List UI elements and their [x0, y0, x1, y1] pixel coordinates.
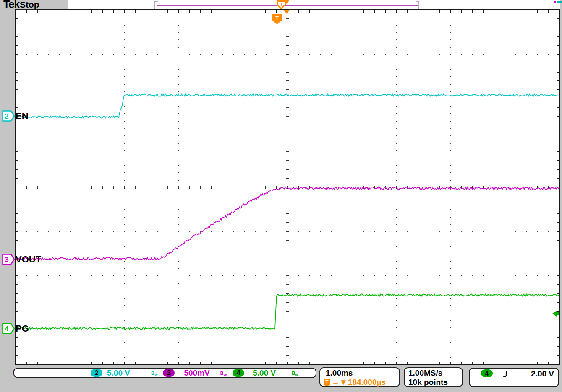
ch2-badge: 2	[91, 369, 102, 377]
ch2-bandwidth-icon: BW	[151, 369, 158, 377]
svg-text:T: T	[280, 2, 283, 7]
acquisition-status: Stop	[20, 0, 39, 10]
svg-text:T: T	[275, 15, 279, 21]
trigger-position-icon: T	[272, 13, 282, 25]
timebase-value: 1.00ms	[326, 369, 399, 378]
trigger-t-icon: T	[324, 379, 330, 386]
trigger-level-arrow-icon	[552, 310, 560, 317]
record-length: 10k points	[408, 378, 462, 387]
trigger-source-badge: 4	[481, 369, 493, 377]
ch4-scale: 5.00 V	[253, 369, 276, 378]
svg-text:2: 2	[5, 112, 8, 120]
rising-edge-slope-icon	[503, 370, 510, 378]
oscilloscope-screen: Tek Stop T T 2 EN 3 VOUT 4 PG 2 5.00	[0, 0, 562, 392]
trigger-readout-box: 4 2.00 V	[469, 368, 559, 387]
channel-3-marker: 3	[2, 254, 15, 265]
trigger-level-value: 2.00 V	[531, 369, 554, 379]
channel-2-label: EN	[16, 111, 29, 122]
sample-rate: 1.00MS/s	[408, 369, 462, 378]
svg-text:3: 3	[5, 256, 8, 264]
window-bracket-right	[416, 1, 419, 10]
ch4-bandwidth-icon: BW	[292, 369, 298, 377]
corner-dot-decoration	[554, 1, 556, 3]
channel-scale-readout-box: 2 5.00 V BW 3 500mV BW 4 5.00 V BW	[13, 368, 316, 378]
channel-2-marker: 2	[2, 110, 15, 122]
channel-3-label: VOUT	[16, 254, 41, 265]
trigger-delay-readout: T →▼ 184.000µs	[324, 378, 399, 387]
channel-4-label: PG	[16, 323, 29, 334]
ch3-scale: 500mV	[184, 369, 209, 378]
trigger-arrows: →▼	[332, 378, 348, 387]
center-marker-top-icon	[284, 0, 290, 4]
trigger-delay-value: 184.000µs	[348, 378, 386, 387]
acquisition-readout-box: 1.00MS/s 10k points	[404, 367, 463, 387]
waveform-plot	[16, 10, 559, 364]
svg-text:4: 4	[5, 325, 9, 333]
corner-decoration	[557, 1, 562, 3]
channel-4-marker: 4	[2, 323, 15, 334]
window-bracket-left	[154, 1, 158, 10]
timebase-readout-box: 1.00ms T →▼ 184.000µs	[319, 367, 400, 387]
ch2-scale: 5.00 V	[107, 369, 130, 378]
ch3-badge: 3	[163, 369, 175, 377]
ch4-badge: 4	[233, 369, 244, 377]
acquisition-window-bar	[157, 5, 418, 6]
center-marker-edge-icon	[283, 10, 290, 14]
graticule	[15, 9, 560, 365]
ch3-bandwidth-icon: BW	[220, 369, 227, 377]
